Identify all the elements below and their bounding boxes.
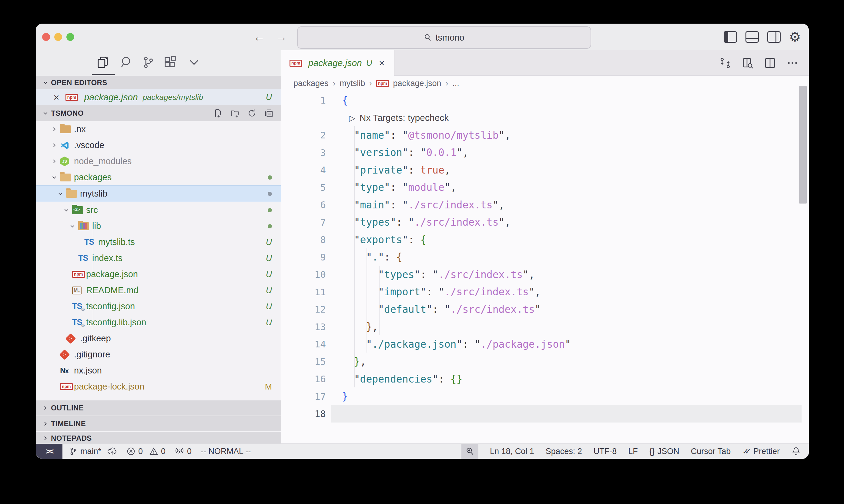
code-line-15[interactable]: 15 }, [281,353,809,371]
code-line-18[interactable]: 18 [281,405,809,422]
typescript-icon: TS [78,253,88,263]
compare-changes-icon[interactable] [719,57,731,69]
run-icon[interactable]: ▷ [349,113,355,123]
codelens-nx-targets[interactable]: ▷Nx Targets: typecheck [281,109,809,127]
code-line-10[interactable]: 10 "types": "./src/index.ts", [281,266,809,283]
code-line-6[interactable]: 6 "main": "./src/index.ts", [281,196,809,214]
code-line-14[interactable]: 14 "./package.json": "./package.json" [281,335,809,353]
code-line-13[interactable]: 13 }, [281,318,809,336]
tree-item-package-lock.json[interactable]: npmpackage-lock.jsonM [36,379,281,395]
problems-status[interactable]: 0 0 [126,447,166,456]
code-line-16[interactable]: 16 "dependencies": {} [281,370,809,388]
vertical-scrollbar[interactable] [799,86,807,203]
tree-item-.gitignore[interactable]: .gitignore [36,346,281,363]
ports-status[interactable]: 0 [175,447,192,456]
code-line-11[interactable]: 11 "import": "./src/index.ts", [281,283,809,301]
code-line-9[interactable]: 9 ".": { [281,248,809,266]
code-line-8[interactable]: 8 "exports": { [281,231,809,248]
code-line-text: "name": "@tsmono/mytslib", [326,129,511,141]
node-modules-icon: JS [60,157,69,166]
new-folder-icon[interactable] [230,108,240,118]
breadcrumb-item[interactable]: ... [452,79,459,88]
vim-mode-indicator[interactable]: -- NORMAL -- [201,447,251,456]
tree-item-lib[interactable]: lib [36,218,281,234]
tree-item-nx.json[interactable]: Nxnx.json [36,363,281,379]
forward-icon[interactable]: → [276,30,287,44]
notifications-bell[interactable] [791,447,801,456]
toggle-secondary-sidebar-icon[interactable] [767,31,781,43]
cursor-tab-status[interactable]: Cursor Tab [691,447,731,456]
tree-item-index.ts[interactable]: TSindex.tsU [36,250,281,266]
split-editor-icon[interactable] [764,57,776,69]
tree-item-label: tsconfig.json [86,301,263,311]
branch-status[interactable]: main* [69,447,117,456]
minimize-window-button[interactable] [54,33,62,41]
open-editors-section-header[interactable]: OPEN EDITORS [36,76,281,89]
close-tab-icon[interactable]: × [379,58,385,68]
tab-package-json[interactable]: npm package.json U × [281,50,394,76]
open-editor-item[interactable]: × npm package.json packages/mytslib U [36,89,281,105]
tree-item-tsconfig.json[interactable]: TS⚙tsconfig.jsonU [36,298,281,314]
tree-item-readme.md[interactable]: M↓README.mdU [36,282,281,298]
chevron-right-icon [40,405,51,411]
tree-item-label: mytslib [80,189,265,199]
explorer-icon[interactable] [94,54,111,71]
code-line-17[interactable]: 17} [281,388,809,405]
tree-item-packages[interactable]: packages [36,169,281,185]
tree-item-node-modules[interactable]: JSnode_modules [36,153,281,169]
toggle-panel-icon[interactable] [745,31,759,43]
timeline-section-header[interactable]: TIMELINE [36,416,281,431]
new-file-icon[interactable] [213,108,223,118]
more-actions-icon[interactable] [787,57,798,69]
breadcrumb-item[interactable]: package.json [393,79,442,88]
eol-status[interactable]: LF [628,447,638,456]
tree-item-.gitkeep[interactable]: .gitkeep [36,330,281,346]
code-line-5[interactable]: 5 "type": "module", [281,179,809,196]
toggle-primary-sidebar-icon[interactable] [724,31,737,43]
screencast-zoom-indicator[interactable] [461,444,478,459]
code-line-12[interactable]: 12 "default": "./src/index.ts" [281,301,809,318]
code-line-2[interactable]: 2 "name": "@tsmono/mytslib", [281,126,809,144]
breadcrumb-item[interactable]: packages [293,79,329,88]
code-editor[interactable]: 1{▷Nx Targets: typecheck2 "name": "@tsmo… [281,91,809,444]
more-views-chevron-icon[interactable] [186,54,203,71]
refresh-icon[interactable] [247,108,257,118]
tree-item-tsconfig.lib.json[interactable]: TS⚙tsconfig.lib.jsonU [36,314,281,330]
line-number: 3 [281,147,326,158]
command-center-search[interactable]: tsmono [297,26,591,49]
search-view-icon[interactable] [118,54,135,71]
tree-item-src[interactable]: </>src [36,202,281,218]
settings-gear-icon[interactable]: ⚙ [789,30,801,43]
notepads-section-header[interactable]: NOTEPADS [36,431,281,444]
code-line-4[interactable]: 4 "private": true, [281,161,809,179]
zoom-window-button[interactable] [66,33,74,41]
open-preview-icon[interactable] [742,57,754,69]
close-icon[interactable]: × [53,92,59,102]
git-icon [66,333,76,344]
remote-indicator[interactable]: >< [36,444,63,459]
collapse-all-icon[interactable] [264,108,274,118]
formatter-status[interactable]: ✓✓ Prettier [742,447,780,456]
tree-item-package.json[interactable]: npmpackage.jsonU [36,266,281,282]
code-line-3[interactable]: 3 "version": "0.0.1", [281,144,809,161]
indentation-status[interactable]: Spaces: 2 [546,447,582,456]
tree-item-mytslib.ts[interactable]: TSmytslib.tsU [36,234,281,250]
code-line-1[interactable]: 1{ [281,91,809,109]
outline-section-header[interactable]: OUTLINE [36,400,281,416]
encoding-status[interactable]: UTF-8 [593,447,617,456]
back-icon[interactable]: ← [254,30,265,44]
language-mode-status[interactable]: {} JSON [649,447,679,456]
tree-item-label: .nx [74,124,270,134]
source-control-icon[interactable] [139,54,156,71]
open-editor-filename: package.json [84,92,138,102]
tree-item-mytslib[interactable]: mytslib [36,185,281,202]
formatter-label: Prettier [753,447,780,456]
code-line-7[interactable]: 7 "types": "./src/index.ts", [281,214,809,231]
explorer-section-header[interactable]: TSMONO [36,105,281,121]
close-window-button[interactable] [42,33,50,41]
extensions-icon[interactable] [161,54,178,71]
tree-item-.nx[interactable]: .nx [36,121,281,137]
breadcrumb-item[interactable]: mytslib [340,79,365,88]
cursor-position-status[interactable]: Ln 18, Col 1 [490,447,534,456]
tree-item-.vscode[interactable]: .vscode [36,137,281,153]
